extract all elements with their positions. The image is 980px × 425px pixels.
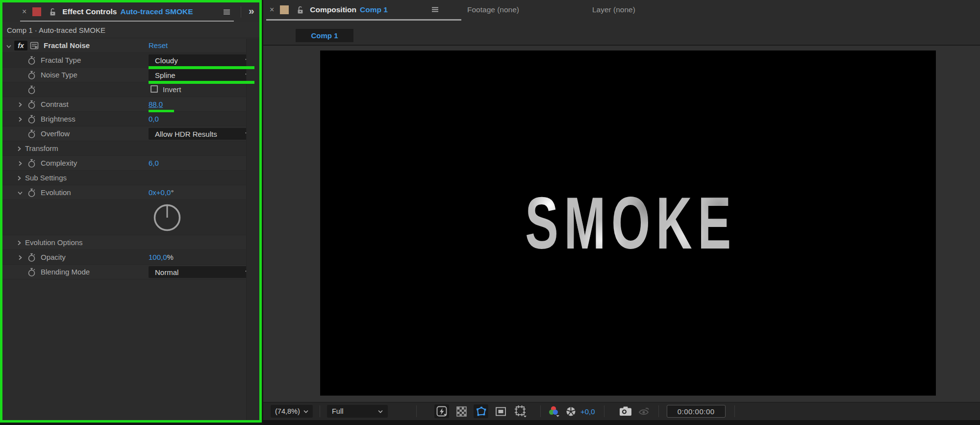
toolbar-divider [540, 405, 541, 417]
stopwatch-icon[interactable] [27, 253, 36, 262]
chevron-down-icon [303, 410, 308, 413]
tab-layer[interactable]: Layer (none) [592, 0, 635, 20]
transparency-grid-icon [456, 406, 467, 417]
camera-icon [619, 406, 632, 416]
param-value[interactable]: 0,0 [149, 115, 159, 123]
stopwatch-icon[interactable] [27, 188, 36, 198]
checkbox[interactable] [151, 85, 158, 93]
subtab-comp-1[interactable]: Comp 1 [296, 29, 353, 42]
stopwatch-icon[interactable] [27, 115, 36, 124]
reset-link[interactable]: Reset [149, 41, 168, 50]
region-of-interest-icon [495, 406, 506, 417]
dropdown-value: Allow HDR Results [149, 130, 245, 138]
panel-title: Composition [310, 5, 356, 14]
row-transform: Transform [2, 141, 259, 156]
toolbar-divider [416, 405, 417, 417]
scrollbar-track[interactable] [246, 39, 259, 420]
show-channel-button[interactable] [548, 405, 560, 417]
annotation-underline [149, 66, 254, 69]
mask-visibility-icon [475, 405, 487, 418]
param-label: Opacity [41, 253, 66, 261]
grid-and-guides-button[interactable] [513, 404, 528, 418]
dropdown[interactable]: Cloudy [149, 54, 254, 66]
stopwatch-icon[interactable] [27, 85, 36, 95]
adjust-exposure-button[interactable] [565, 406, 577, 417]
stopwatch-icon[interactable] [27, 129, 36, 139]
expander-icon[interactable] [18, 191, 23, 196]
tab-composition[interactable]: × Composition Comp 1 [270, 0, 388, 20]
effect-name: Fractal Noise [44, 41, 90, 50]
row-complexity: Complexity 6,0 [2, 156, 259, 171]
resolution-dropdown[interactable]: Full [327, 405, 388, 418]
composition-tabbar: × Composition Comp 1 Footage (none) Laye… [263, 0, 980, 21]
timecode-display[interactable]: 0:00:00:00 [667, 405, 726, 418]
expander-icon[interactable] [18, 117, 23, 122]
checkbox-label: Invert [163, 85, 181, 94]
tab-footage[interactable]: Footage (none) [467, 0, 519, 20]
row-evolution-dial [2, 200, 259, 235]
toolbar-divider [604, 405, 604, 417]
row-contrast: Contrast 88,0 [2, 97, 259, 112]
param-value[interactable]: 0x+0,0° [149, 188, 174, 197]
lock-icon[interactable] [297, 6, 304, 14]
effect-controls-tabbar: × Effect Controls Auto-traced SMOKE » [2, 2, 259, 22]
close-icon[interactable]: × [22, 8, 26, 16]
magnification-dropdown[interactable]: (74,8%) [271, 405, 313, 418]
expander-icon[interactable] [17, 240, 22, 246]
exposure-value[interactable]: +0,0 [580, 407, 595, 416]
expander-icon[interactable] [17, 175, 22, 181]
expander-icon[interactable] [17, 146, 22, 151]
show-snapshot-button[interactable] [638, 407, 651, 416]
stopwatch-icon[interactable] [27, 100, 36, 109]
mask-visibility-button[interactable] [474, 404, 488, 418]
take-snapshot-button[interactable] [619, 406, 632, 416]
toolbar-divider [658, 405, 659, 417]
tab-effect-controls[interactable]: × Effect Controls Auto-traced SMOKE [22, 2, 193, 21]
row-overflow: Overflow Allow HDR Results [2, 126, 259, 141]
expander-icon[interactable] [18, 102, 23, 107]
composition-viewer[interactable]: SMOKE [263, 46, 980, 402]
toolbar-divider [320, 405, 320, 417]
dropdown[interactable]: Spline [149, 69, 254, 81]
panel-subject: Comp 1 [360, 5, 388, 14]
panel-menu-icon[interactable] [223, 9, 230, 15]
composition-canvas[interactable]: SMOKE [320, 50, 936, 396]
breadcrumb: Comp 1 · Auto-traced SMOKE [2, 22, 259, 38]
param-value[interactable]: 6,0 [149, 159, 159, 167]
row-brightness: Brightness 0,0 [2, 112, 259, 126]
toolbar-divider [734, 405, 735, 417]
expander-icon[interactable] [18, 255, 23, 260]
transparency-grid-button[interactable] [454, 404, 469, 418]
fx-badge-icon[interactable]: fx [14, 41, 27, 50]
exposure-shutter-icon [565, 406, 577, 417]
composition-panel: × Composition Comp 1 Footage (none) Laye… [263, 0, 980, 425]
dropdown-value: Normal [149, 268, 245, 276]
region-of-interest-button[interactable] [493, 404, 508, 418]
magnification-value: (74,8%) [275, 407, 300, 415]
panel-menu-icon[interactable] [431, 6, 439, 13]
fast-previews-icon [436, 405, 448, 418]
row-evolution-options: Evolution Options [2, 235, 259, 250]
param-label: Brightness [41, 115, 75, 123]
fast-previews-button[interactable] [434, 404, 449, 418]
row-evolution: Evolution 0x+0,0° [2, 185, 259, 200]
param-value[interactable]: 88,0 [149, 100, 163, 108]
row-opacity: Opacity 100,0% [2, 250, 259, 265]
stopwatch-icon[interactable] [27, 71, 36, 80]
stopwatch-icon[interactable] [27, 268, 36, 277]
dropdown[interactable]: Allow HDR Results [149, 128, 254, 140]
chevron-down-icon [378, 410, 383, 413]
evolution-dial[interactable] [152, 203, 182, 234]
panel-overflow-icon[interactable]: » [249, 5, 253, 17]
lock-icon[interactable] [49, 8, 56, 16]
stopwatch-icon[interactable] [27, 159, 36, 168]
panel-title: Effect Controls [62, 7, 117, 16]
param-value[interactable]: 100,0% [149, 253, 174, 261]
close-icon[interactable]: × [270, 6, 274, 14]
expander-icon[interactable] [6, 44, 12, 49]
expander-icon[interactable] [18, 161, 23, 166]
dropdown-value: Spline [149, 71, 245, 79]
stopwatch-icon[interactable] [27, 56, 36, 65]
dropdown[interactable]: Normal [149, 266, 254, 278]
snapshot-eye-icon [638, 407, 651, 416]
